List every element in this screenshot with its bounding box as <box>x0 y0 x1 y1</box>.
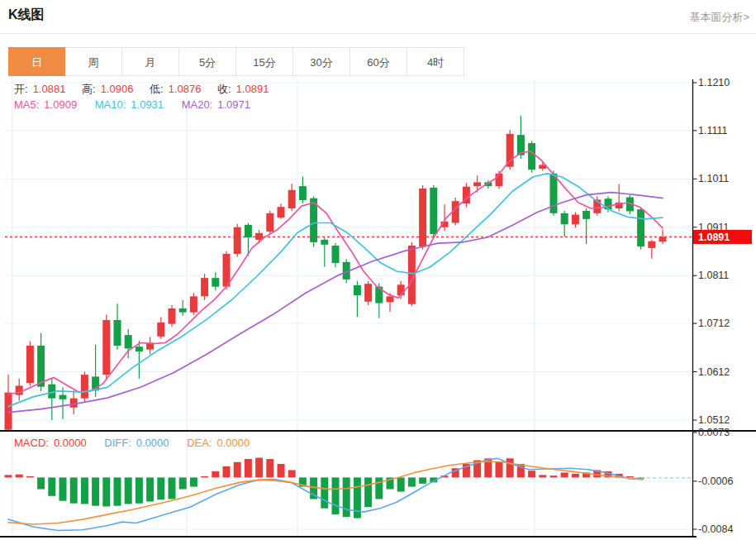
candle-body <box>179 308 187 313</box>
candle-body <box>332 246 340 263</box>
macd-bar <box>266 459 273 477</box>
macd-bar <box>288 470 296 477</box>
tab-5分[interactable]: 5分 <box>179 47 236 76</box>
macd-bar <box>408 477 416 486</box>
header-divider <box>0 33 756 34</box>
macd-bar <box>539 475 546 477</box>
candle-body <box>125 335 132 348</box>
kline-chart-svg[interactable]: 1.12101.11111.10111.09111.08111.07121.06… <box>0 74 756 540</box>
macd-bar <box>201 476 208 477</box>
macd-bar <box>278 464 285 477</box>
kline-chart-area[interactable]: 1.12101.11111.10111.09111.08111.07121.06… <box>0 74 756 540</box>
period-tabbar: 日周月5分15分30分60分4时 <box>8 47 464 76</box>
macd-bar <box>223 466 231 477</box>
macd-bar <box>59 477 67 500</box>
macd-bar <box>234 462 241 478</box>
macd-bar <box>506 458 514 477</box>
macd-bar <box>157 477 164 499</box>
macd-bar <box>5 475 12 477</box>
y-axis-label: 1.1111 <box>698 125 727 136</box>
tab-60分[interactable]: 60分 <box>350 47 407 76</box>
candle-body <box>70 399 78 408</box>
macd-bar <box>212 471 219 477</box>
macd-bar <box>255 458 263 478</box>
candle-body <box>528 143 535 170</box>
tab-15分[interactable]: 15分 <box>236 47 293 76</box>
candle-body <box>223 254 231 287</box>
candle-body <box>648 241 655 248</box>
candle-body <box>157 323 164 337</box>
macd-bar <box>364 477 372 507</box>
macd-bar <box>136 477 143 503</box>
candle-body <box>561 213 568 224</box>
macd-bar <box>550 475 558 477</box>
y-axis-label: 1.0612 <box>698 366 730 378</box>
macd-bar <box>245 459 252 477</box>
candle-body <box>637 209 644 246</box>
macd-bar <box>332 477 340 514</box>
candle-body <box>190 296 197 312</box>
macd-bar <box>419 477 426 483</box>
page-title: K线图 <box>8 7 45 24</box>
candle-body <box>430 188 437 234</box>
candle-body <box>266 213 273 232</box>
candle-body <box>37 346 45 387</box>
macd-bar <box>561 472 568 477</box>
fundamental-analysis-link[interactable]: 基本面分析> <box>689 10 749 25</box>
macd-bar <box>48 477 55 495</box>
macd-bar <box>125 477 132 504</box>
y-axis-label: 1.0712 <box>698 318 730 329</box>
y-axis-label: 1.1011 <box>698 173 729 184</box>
tab-日[interactable]: 日 <box>8 47 65 76</box>
candle-body <box>473 182 481 186</box>
candle-body <box>288 190 296 208</box>
tab-周[interactable]: 周 <box>65 47 122 76</box>
candle-body <box>81 375 88 399</box>
macd-bar <box>16 475 23 478</box>
candle-body <box>102 320 110 375</box>
candle-body <box>201 278 208 296</box>
macd-bar <box>146 477 154 501</box>
candle-body <box>16 385 23 394</box>
candle-body <box>5 393 12 430</box>
macd-bar <box>179 477 187 489</box>
y-axis-label: 1.0811 <box>698 270 729 281</box>
candle-body <box>354 285 361 295</box>
macd-bar <box>397 477 405 491</box>
candle-body <box>299 186 307 200</box>
macd-bar <box>26 476 34 477</box>
candle-body <box>364 284 372 302</box>
y-axis-label: -0.0084 <box>698 523 733 535</box>
macd-bar <box>114 477 121 505</box>
y-axis-label: 0.0073 <box>698 427 730 438</box>
last-price-tag-text: 1.0891 <box>698 232 730 243</box>
y-axis-label: 1.1210 <box>698 77 730 88</box>
kline-page: { "page": { "title": "K线图", "link": "基本面… <box>0 0 756 540</box>
macd-bar <box>343 477 350 517</box>
macd-bar <box>375 477 383 499</box>
macd-bar <box>572 474 579 477</box>
macd-bar <box>37 477 45 489</box>
macd-bar <box>496 461 503 477</box>
macd-bar <box>81 477 88 504</box>
candle-body <box>136 346 143 351</box>
candle-body <box>26 346 34 383</box>
macd-bar <box>321 477 328 508</box>
candle-body <box>169 308 176 324</box>
candle-body <box>59 395 67 399</box>
candle-body <box>419 189 426 246</box>
macd-bar <box>102 477 110 506</box>
tab-月[interactable]: 月 <box>122 47 179 76</box>
candle-body <box>212 278 219 287</box>
tab-30分[interactable]: 30分 <box>293 47 350 76</box>
macd-bar <box>70 477 78 503</box>
candle-body <box>278 207 285 217</box>
candle-body <box>582 211 590 219</box>
candle-body <box>659 237 667 241</box>
y-axis-label: 1.0512 <box>698 414 730 426</box>
macd-bar <box>528 471 535 477</box>
candle-body <box>321 240 328 245</box>
tab-4时[interactable]: 4时 <box>407 47 464 76</box>
candle-body <box>496 174 503 186</box>
macd-bar <box>92 477 99 505</box>
